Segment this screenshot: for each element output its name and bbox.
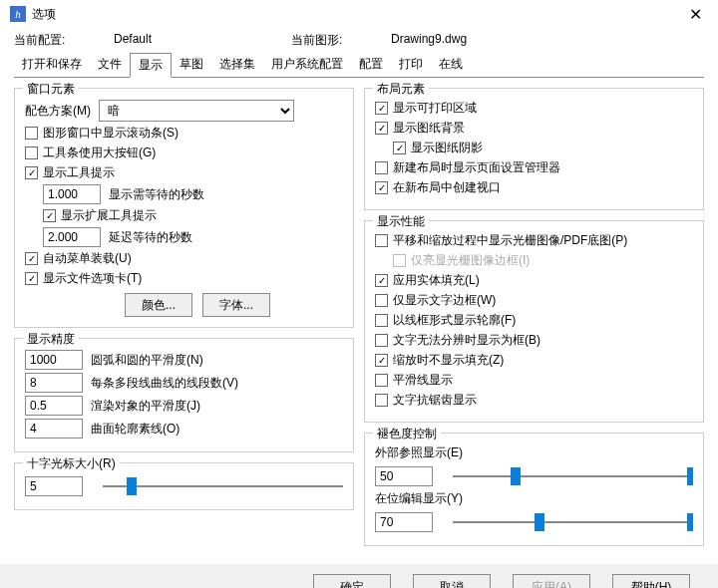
tab-draft[interactable]: 草图 (172, 53, 211, 78)
chk-paper-shadow[interactable] (393, 142, 406, 154)
ok-button[interactable]: 确定 (313, 574, 391, 588)
chk-printable-area[interactable] (375, 102, 388, 115)
close-icon[interactable]: ✕ (683, 5, 708, 24)
chk-text-aa[interactable] (375, 394, 388, 407)
lbl-polyline-seg: 每条多段线曲线的线段数(V) (91, 375, 238, 392)
color-scheme-label: 配色方案(M) (25, 103, 91, 120)
group-layout-elements: 布局元素 显示可打印区域 显示图纸背景 显示图纸阴影 新建布局时显示页面设置管理… (364, 88, 704, 210)
lbl-highlight-frame: 仅亮显光栅图像边框(I) (411, 252, 530, 269)
lbl-page-setup-mgr: 新建布局时显示页面设置管理器 (393, 159, 560, 176)
chk-highlight-frame (393, 254, 406, 267)
apply-button[interactable]: 应用(A) (513, 574, 590, 588)
chk-tooltips[interactable] (25, 166, 38, 179)
tab-files[interactable]: 文件 (90, 53, 130, 78)
lbl-text-frame: 仅显示文字边框(W) (393, 292, 496, 309)
lbl-render-smooth: 渲染对象的平滑度(J) (91, 398, 200, 415)
lbl-smooth-line: 平滑线显示 (393, 372, 453, 389)
lbl-solid-fill: 应用实体填充(L) (393, 272, 480, 289)
lbl-inplace: 在位编辑显示(Y) (375, 490, 463, 507)
lbl-tooltips: 显示工具提示 (43, 164, 115, 181)
color-scheme-select[interactable]: 暗 (99, 100, 294, 122)
tab-selection[interactable]: 选择集 (211, 53, 263, 78)
lbl-large-buttons: 工具条使用大按钮(G) (43, 145, 156, 161)
font-button[interactable]: 字体... (202, 293, 270, 317)
lbl-scrollbars: 图形窗口中显示滚动条(S) (43, 125, 179, 142)
lbl-pan-zoom-raster: 平移和缩放过程中显示光栅图像/PDF底图(P) (393, 232, 627, 249)
input-arc-smooth[interactable] (25, 350, 83, 370)
legend-display-perf: 显示性能 (373, 213, 429, 230)
group-window-elements: 窗口元素 配色方案(M) 暗 图形窗口中显示滚动条(S) 工具条使用大按钮(G)… (14, 88, 354, 328)
tab-online[interactable]: 在线 (431, 53, 471, 78)
lbl-printable-area: 显示可打印区域 (393, 100, 477, 117)
chk-page-setup-mgr[interactable] (375, 161, 388, 174)
chk-text-frame[interactable] (375, 294, 388, 307)
lbl-arc-smooth: 圆弧和圆的平滑度(N) (91, 352, 203, 369)
chk-scrollbars[interactable] (25, 127, 38, 140)
tab-user-sys[interactable]: 用户系统配置 (263, 53, 351, 78)
lbl-surf-contour: 曲面轮廓素线(O) (91, 421, 180, 438)
legend-crosshair: 十字光标大小(R) (23, 455, 120, 472)
lbl-auto-menu: 自动菜单装载(U) (43, 250, 132, 267)
input-render-smooth[interactable] (25, 396, 83, 416)
input-surf-contour[interactable] (25, 419, 83, 439)
help-button[interactable]: 帮助(H) (612, 574, 690, 588)
chk-solid-fill[interactable] (375, 274, 388, 287)
group-fade: 褪色度控制 外部参照显示(E) 在位编辑显示(Y) (364, 433, 704, 546)
lbl-text-aa: 文字抗锯齿显示 (393, 392, 477, 409)
lbl-create-viewport: 在新布局中创建视口 (393, 179, 501, 196)
chk-smooth-line[interactable] (375, 374, 388, 387)
current-config-value: Default (114, 32, 152, 49)
lbl-file-tabs: 显示文件选项卡(T) (43, 270, 142, 287)
group-crosshair: 十字光标大小(R) (14, 462, 354, 510)
input-crosshair-size[interactable] (25, 476, 83, 496)
chk-large-buttons[interactable] (25, 147, 38, 159)
lbl-text-as-box: 文字无法分辨时显示为框(B) (393, 332, 540, 349)
lbl-no-fill-on-zoom: 缩放时不显示填充(Z) (393, 352, 504, 369)
slider-xref-fade[interactable] (453, 465, 693, 487)
input-inplace-fade[interactable] (375, 512, 433, 532)
cancel-button[interactable]: 取消 (413, 574, 491, 588)
lbl-paper-bg: 显示图纸背景 (393, 120, 465, 137)
current-drawing-value: Drawing9.dwg (391, 32, 467, 49)
chk-ext-tooltips[interactable] (43, 209, 56, 222)
window-title: 选项 (32, 6, 56, 23)
chk-text-as-box[interactable] (375, 334, 388, 347)
legend-window-elements: 窗口元素 (23, 81, 79, 98)
tab-print[interactable]: 打印 (391, 53, 431, 78)
input-polyline-seg[interactable] (25, 373, 83, 393)
lbl-lineframe-contour: 以线框形式显示轮廓(F) (393, 312, 516, 329)
tab-display[interactable]: 显示 (130, 53, 172, 78)
lbl-xref: 外部参照显示(E) (375, 444, 463, 461)
chk-paper-bg[interactable] (375, 122, 388, 135)
group-display-perf: 显示性能 平移和缩放过程中显示光栅图像/PDF底图(P) 仅亮显光栅图像边框(I… (364, 220, 704, 423)
input-ext-tooltip-delay[interactable] (43, 227, 101, 247)
slider-crosshair[interactable] (103, 475, 343, 497)
tab-open-save[interactable]: 打开和保存 (14, 53, 90, 78)
app-icon: h (10, 6, 26, 22)
slider-inplace-fade[interactable] (453, 511, 693, 533)
lbl-ext-tooltip-delay: 延迟等待的秒数 (109, 229, 192, 246)
input-xref-fade[interactable] (375, 466, 433, 486)
lbl-paper-shadow: 显示图纸阴影 (411, 140, 483, 156)
chk-pan-zoom-raster[interactable] (375, 234, 388, 247)
legend-fade: 褪色度控制 (373, 426, 441, 442)
chk-file-tabs[interactable] (25, 272, 38, 285)
input-tooltip-delay[interactable] (43, 184, 101, 204)
chk-lineframe-contour[interactable] (375, 314, 388, 327)
chk-no-fill-on-zoom[interactable] (375, 354, 388, 367)
lbl-tooltip-delay: 显示需等待的秒数 (109, 186, 204, 203)
color-button[interactable]: 颜色... (125, 293, 192, 317)
legend-display-precision: 显示精度 (23, 331, 79, 348)
lbl-ext-tooltips: 显示扩展工具提示 (61, 207, 157, 224)
current-drawing-label: 当前图形: (291, 32, 361, 49)
legend-layout-elements: 布局元素 (373, 81, 429, 98)
current-config-label: 当前配置: (14, 32, 84, 49)
tab-config[interactable]: 配置 (351, 53, 391, 78)
chk-create-viewport[interactable] (375, 181, 388, 194)
chk-auto-menu[interactable] (25, 252, 38, 265)
group-display-precision: 显示精度 圆弧和圆的平滑度(N) 每条多段线曲线的线段数(V) 渲染对象的平滑度… (14, 338, 354, 452)
